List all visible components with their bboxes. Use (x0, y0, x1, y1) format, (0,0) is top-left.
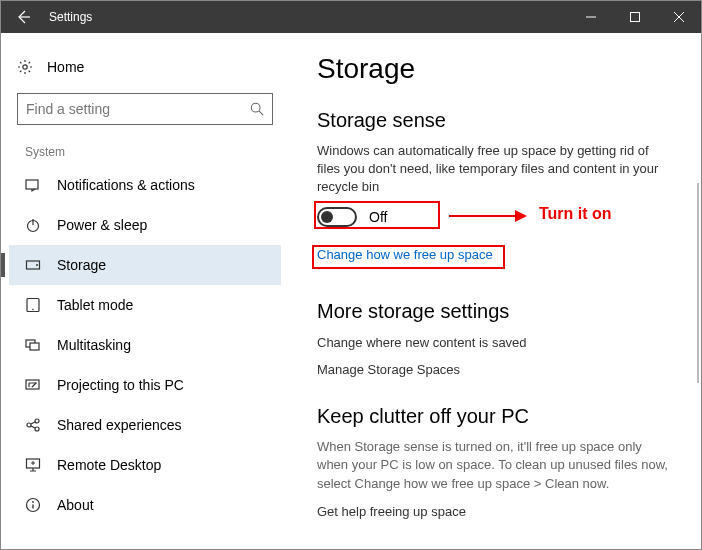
sidebar-item-label: Tablet mode (57, 297, 133, 313)
svg-point-12 (27, 423, 31, 427)
clutter-heading: Keep clutter off your PC (317, 405, 673, 428)
sidebar-item-label: Projecting to this PC (57, 377, 184, 393)
close-button[interactable] (657, 1, 701, 33)
search-input[interactable] (26, 101, 250, 117)
sidebar-item-notifications[interactable]: Notifications & actions (9, 165, 281, 205)
notification-icon (25, 177, 41, 193)
close-icon (674, 12, 684, 22)
sidebar-item-label: Remote Desktop (57, 457, 161, 473)
back-button[interactable] (1, 1, 45, 33)
more-settings-heading: More storage settings (317, 300, 673, 323)
svg-point-6 (36, 264, 38, 266)
change-free-up-link[interactable]: Change how we free up space (317, 247, 493, 262)
storage-icon (25, 257, 41, 273)
svg-point-17 (32, 501, 34, 503)
power-icon (25, 217, 41, 233)
manage-storage-spaces-link[interactable]: Manage Storage Spaces (317, 362, 673, 377)
remote-icon (25, 457, 41, 473)
svg-point-1 (23, 65, 27, 69)
scrollbar[interactable] (697, 183, 699, 383)
sidebar-item-shared[interactable]: Shared experiences (9, 405, 281, 445)
sidebar-item-label: Power & sleep (57, 217, 147, 233)
svg-rect-11 (26, 380, 39, 389)
sidebar-item-storage[interactable]: Storage (9, 245, 281, 285)
info-icon (25, 497, 41, 513)
sidebar-item-multitasking[interactable]: Multitasking (9, 325, 281, 365)
storage-sense-toggle[interactable] (317, 207, 357, 227)
minimize-icon (586, 12, 596, 22)
clutter-description: When Storage sense is turned on, it'll f… (317, 438, 673, 495)
section-label: System (9, 137, 281, 165)
sidebar-item-label: Notifications & actions (57, 177, 195, 193)
toggle-knob (321, 211, 333, 223)
main-panel: Storage Storage sense Windows can automa… (289, 33, 701, 549)
window-title: Settings (45, 10, 569, 24)
svg-rect-3 (26, 180, 38, 189)
sidebar-item-projecting[interactable]: Projecting to this PC (9, 365, 281, 405)
arrow-left-icon (15, 9, 31, 25)
sidebar-item-about[interactable]: About (9, 485, 281, 525)
sidebar-item-label: Multitasking (57, 337, 131, 353)
storage-sense-description: Windows can automatically free up space … (317, 142, 673, 197)
search-box[interactable] (17, 93, 273, 125)
svg-point-14 (35, 427, 39, 431)
sidebar-item-label: Storage (57, 257, 106, 273)
maximize-icon (630, 12, 640, 22)
help-freeing-space-link[interactable]: Get help freeing up space (317, 504, 673, 519)
tablet-icon (25, 297, 41, 313)
sidebar-item-label: About (57, 497, 94, 513)
shared-icon (25, 417, 41, 433)
storage-sense-toggle-row: Off (317, 207, 673, 227)
change-save-location-link[interactable]: Change where new content is saved (317, 335, 673, 350)
sidebar-item-power[interactable]: Power & sleep (9, 205, 281, 245)
titlebar: Settings (1, 1, 701, 33)
projecting-icon (25, 377, 41, 393)
page-title: Storage (317, 53, 673, 85)
svg-point-13 (35, 419, 39, 423)
sidebar: Home System Notifications & actions Powe… (1, 33, 289, 549)
sidebar-item-remote[interactable]: Remote Desktop (9, 445, 281, 485)
search-icon (250, 102, 264, 116)
toggle-state-label: Off (369, 209, 387, 225)
svg-rect-0 (631, 13, 640, 22)
storage-sense-heading: Storage sense (317, 109, 673, 132)
minimize-button[interactable] (569, 1, 613, 33)
svg-rect-10 (30, 343, 39, 350)
svg-point-8 (32, 309, 34, 311)
home-button[interactable]: Home (9, 49, 281, 85)
sidebar-item-tablet[interactable]: Tablet mode (9, 285, 281, 325)
home-label: Home (47, 59, 84, 75)
svg-point-2 (251, 103, 260, 112)
multitasking-icon (25, 337, 41, 353)
sidebar-item-label: Shared experiences (57, 417, 182, 433)
gear-icon (17, 59, 33, 75)
maximize-button[interactable] (613, 1, 657, 33)
